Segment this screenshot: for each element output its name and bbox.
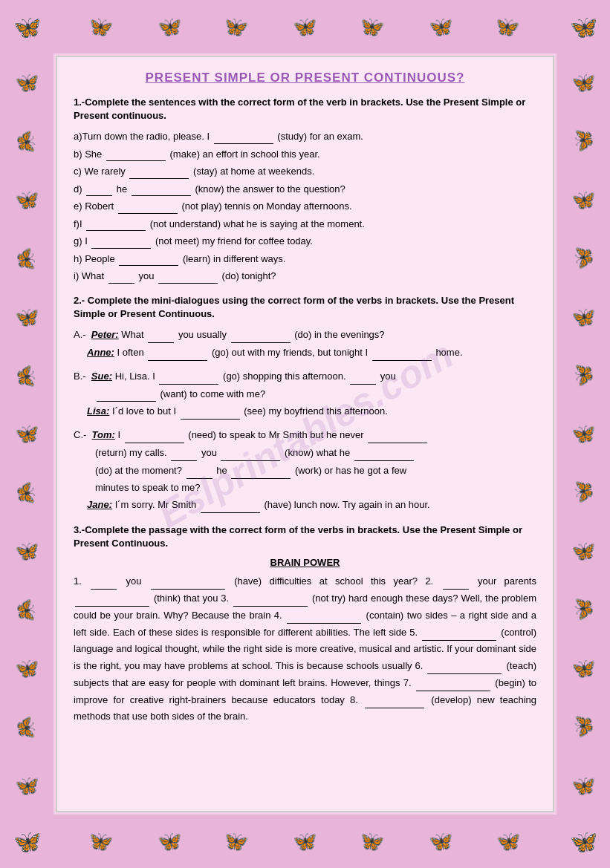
section-3-subtitle: BRAIN POWER bbox=[74, 557, 536, 568]
blank-1i1 bbox=[108, 268, 134, 284]
blank-C6 bbox=[186, 463, 212, 479]
blank-C2 bbox=[368, 427, 427, 443]
exercise-1c: c) We rarely (stay) at home at weekends. bbox=[74, 163, 536, 179]
speaker-lisa: Lisa: bbox=[87, 405, 109, 417]
blank-P7 bbox=[422, 624, 496, 641]
blank-B1 bbox=[159, 368, 218, 385]
section-1: 1.-Complete the sentences with the corre… bbox=[74, 96, 536, 284]
blank-1a bbox=[214, 128, 273, 144]
blank-1i2 bbox=[158, 268, 218, 284]
exercise-1b: b) She (make) an effort in school this y… bbox=[74, 146, 536, 162]
section-3: 3.-Complete the passage with the correct… bbox=[74, 523, 536, 725]
blank-1f bbox=[86, 216, 146, 232]
blank-C1 bbox=[125, 427, 184, 443]
corner-butterfly-tr: 🦋 bbox=[557, 0, 610, 53]
blank-B4 bbox=[181, 403, 240, 420]
exercise-1i: i) What you (do) tonight? bbox=[74, 268, 536, 284]
dialogue-B-sue2: (want) to come with me? bbox=[74, 386, 536, 402]
speaker-peter: Peter: bbox=[91, 329, 119, 340]
blank-1d1 bbox=[86, 181, 112, 197]
dialogue-C-tom2: (return) my calls. you (know) what he bbox=[74, 445, 536, 461]
dialogue-B-sue1: B.- Sue: Hi, Lisa. I (go) shopping this … bbox=[74, 368, 536, 385]
blank-A2 bbox=[231, 327, 291, 343]
dialogue-C: C.- Tom: I (need) to speak to Mr Smith b… bbox=[74, 427, 536, 513]
blank-P6 bbox=[287, 607, 361, 624]
bottom-border: 🦋 🦋 🦋 🦋 🦋 🦋 🦋 🦋 🦋 bbox=[0, 815, 610, 868]
dialogue-C-jane: Jane: I´m sorry. Mr Smith (have) lunch n… bbox=[74, 497, 536, 513]
speaker-sue: Sue: bbox=[91, 371, 112, 382]
blank-A1 bbox=[148, 327, 174, 343]
page-title: PRESENT SIMPLE OR PRESENT CONTINUOUS? bbox=[74, 71, 536, 85]
top-border: 🦋 🦋 🦋 🦋 🦋 🦋 🦋 🦋 🦋 bbox=[0, 0, 610, 53]
blank-1c bbox=[129, 163, 189, 179]
speaker-tom: Tom: bbox=[92, 429, 115, 440]
section-2: 2.- Complete the mini-dialogues using th… bbox=[74, 294, 536, 513]
blank-C3 bbox=[171, 445, 197, 461]
blank-1b bbox=[106, 146, 166, 162]
blank-A3 bbox=[148, 345, 207, 361]
speaker-anne: Anne: bbox=[87, 347, 114, 358]
blank-C4 bbox=[221, 445, 280, 461]
corner-butterfly-tl: 🦋 bbox=[0, 0, 53, 53]
blank-A4 bbox=[372, 345, 432, 361]
blank-1h bbox=[119, 251, 178, 267]
corner-butterfly-br: 🦋 bbox=[557, 815, 610, 868]
exercise-1f: f)I (not understand) what he is saying a… bbox=[74, 216, 536, 232]
passage-text: 1. you (have) difficulties at school thi… bbox=[74, 572, 536, 725]
blank-C8 bbox=[201, 497, 260, 513]
blank-1g bbox=[91, 233, 151, 249]
dialogue-B-lisa: Lisa: I´d love to but I (see) my boyfrie… bbox=[74, 403, 536, 420]
section-1-title: 1.-Complete the sentences with the corre… bbox=[74, 96, 536, 123]
section-3-title: 3.-Complete the passage with the correct… bbox=[74, 523, 536, 550]
exercise-1d: d) he (know) the answer to the question? bbox=[74, 181, 536, 197]
main-content: Eslprintables.com PRESENT SIMPLE OR PRES… bbox=[56, 56, 554, 812]
blank-C5 bbox=[354, 445, 414, 461]
blank-P4 bbox=[75, 590, 149, 607]
dialogue-C-tom1: C.- Tom: I (need) to speak to Mr Smith b… bbox=[74, 427, 536, 443]
right-border: 🦋 🦋 🦋 🦋 🦋 🦋 🦋 🦋 🦋 🦋 🦋 🦋 🦋 bbox=[557, 53, 610, 815]
blank-1e bbox=[118, 198, 178, 214]
dialogue-A: A.- Peter: What you usually (do) in the … bbox=[74, 327, 536, 361]
blank-B3 bbox=[97, 386, 156, 402]
exercise-1a: a)Turn down the radio, please. I (study)… bbox=[74, 128, 536, 144]
dialogue-A-peter: A.- Peter: What you usually (do) in the … bbox=[74, 327, 536, 343]
blank-P9 bbox=[416, 674, 490, 691]
blank-P3 bbox=[443, 572, 469, 590]
dialogue-A-anne: Anne: I often (go) out with my friends, … bbox=[74, 345, 536, 361]
blank-1d2 bbox=[132, 181, 191, 197]
blank-P10 bbox=[365, 691, 424, 708]
blank-P5 bbox=[233, 590, 308, 607]
exercise-1g: g) I (not meet) my friend for coffee tod… bbox=[74, 233, 536, 249]
speaker-jane: Jane: bbox=[87, 499, 112, 510]
dialogue-C-tom3: (do) at the moment? he (work) or has he … bbox=[74, 463, 536, 479]
blank-P1 bbox=[91, 572, 117, 590]
exercise-1h: h) People (learn) in different ways. bbox=[74, 251, 536, 267]
section-2-title: 2.- Complete the mini-dialogues using th… bbox=[74, 294, 536, 321]
exercise-1e: e) Robert (not play) tennis on Monday af… bbox=[74, 198, 536, 214]
blank-C7 bbox=[231, 463, 291, 479]
blank-B2 bbox=[350, 368, 376, 385]
dialogue-B: B.- Sue: Hi, Lisa. I (go) shopping this … bbox=[74, 368, 536, 420]
blank-P8 bbox=[427, 657, 502, 674]
left-border: 🦋 🦋 🦋 🦋 🦋 🦋 🦋 🦋 🦋 🦋 🦋 🦋 🦋 bbox=[0, 53, 53, 815]
dialogue-C-tom4: minutes to speak to me? bbox=[74, 480, 536, 496]
blank-P2 bbox=[151, 572, 225, 590]
corner-butterfly-bl: 🦋 bbox=[0, 815, 53, 868]
